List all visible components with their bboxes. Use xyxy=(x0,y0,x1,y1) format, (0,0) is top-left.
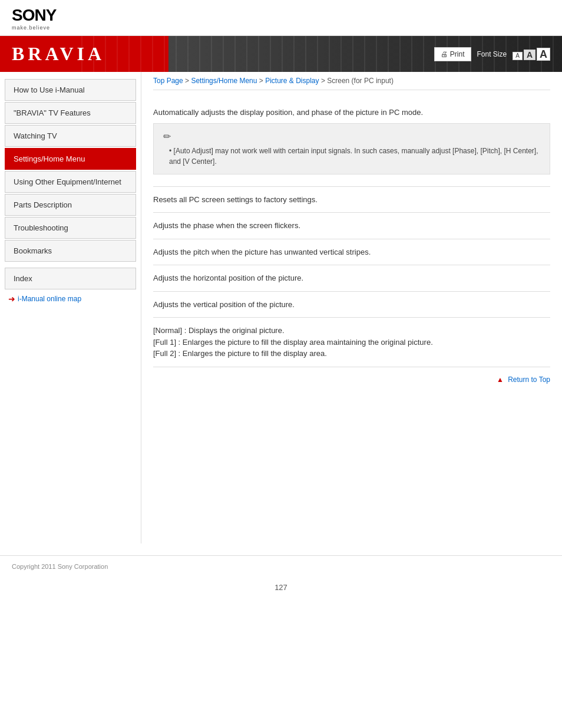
section-display-area: [Normal] : Displays the original picture… xyxy=(153,318,550,367)
sidebar: How to Use i-Manual "BRAVIA" TV Features… xyxy=(0,72,141,543)
content-area: Top Page > Settings/Home Menu > Picture … xyxy=(141,72,562,543)
font-large-button[interactable]: A xyxy=(537,48,550,61)
section-pitch: Adjusts the pitch when the picture has u… xyxy=(153,239,550,266)
print-button[interactable]: 🖨 Print xyxy=(434,47,471,61)
display-area-text3: [Full 2] : Enlarges the picture to fill … xyxy=(153,348,550,360)
breadcrumb-sep3: > xyxy=(321,77,327,85)
sidebar-item-bookmarks[interactable]: Bookmarks xyxy=(5,240,136,262)
section-h-center: Adjusts the horizontal position of the p… xyxy=(153,265,550,292)
font-medium-button[interactable]: A xyxy=(524,50,535,60)
banner-controls: 🖨 Print Font Size A A A xyxy=(434,47,550,61)
main-layout: How to Use i-Manual "BRAVIA" TV Features… xyxy=(0,72,562,543)
bravia-title: BRAVIA xyxy=(12,43,105,65)
h-center-text: Adjusts the horizontal position of the p… xyxy=(153,272,550,284)
copyright-text: Copyright 2011 Sony Corporation xyxy=(12,563,108,570)
sidebar-item-using-other[interactable]: Using Other Equipment/Internet xyxy=(5,171,136,193)
bravia-banner: BRAVIA 🖨 Print Font Size A A A xyxy=(0,36,562,72)
breadcrumb-top-page[interactable]: Top Page xyxy=(153,77,183,85)
arrow-right-icon: ➜ xyxy=(8,294,15,304)
font-small-button[interactable]: A xyxy=(513,52,523,60)
v-center-text: Adjusts the vertical position of the pic… xyxy=(153,299,550,311)
page-number: 127 xyxy=(0,577,562,598)
sidebar-item-watching-tv[interactable]: Watching TV xyxy=(5,125,136,147)
breadcrumb-sep1: > xyxy=(185,77,191,85)
sony-text: SONY xyxy=(12,6,550,25)
breadcrumb-picture-display[interactable]: Picture & Display xyxy=(265,77,319,85)
section-phase: Adjusts the phase when the screen flicke… xyxy=(153,213,550,239)
return-to-top: ▲ Return to Top xyxy=(153,367,550,391)
section-auto-adjust: Automatically adjusts the display positi… xyxy=(153,100,550,187)
display-area-text1: [Normal] : Displays the original picture… xyxy=(153,325,550,337)
sidebar-item-settings-home[interactable]: Settings/Home Menu xyxy=(5,148,136,170)
note-box: ✏ [Auto Adjust] may not work well with c… xyxy=(153,123,550,174)
breadcrumb: Top Page > Settings/Home Menu > Picture … xyxy=(153,72,550,90)
breadcrumb-settings-menu[interactable]: Settings/Home Menu xyxy=(191,77,257,85)
auto-adjust-text: Automatically adjusts the display positi… xyxy=(153,107,550,118)
reset-text: Resets all PC screen settings to factory… xyxy=(153,194,550,206)
footer: Copyright 2011 Sony Corporation xyxy=(0,555,562,577)
display-area-text2: [Full 1] : Enlarges the picture to fill … xyxy=(153,337,550,348)
sidebar-item-parts-description[interactable]: Parts Description xyxy=(5,194,136,216)
sidebar-item-bravia-features[interactable]: "BRAVIA" TV Features xyxy=(5,102,136,124)
top-bar: SONY make.believe xyxy=(0,0,562,36)
sidebar-item-troubleshooting[interactable]: Troubleshooting xyxy=(5,217,136,239)
section-v-center: Adjusts the vertical position of the pic… xyxy=(153,292,550,318)
phase-text: Adjusts the phase when the screen flicke… xyxy=(153,220,550,232)
font-size-controls: A A A xyxy=(513,48,550,61)
sony-tagline: make.believe xyxy=(12,25,550,31)
font-size-label: Font Size xyxy=(477,50,507,58)
note-content: [Auto Adjust] may not work well with cer… xyxy=(163,146,540,167)
return-to-top-link[interactable]: ▲ Return to Top xyxy=(497,375,550,384)
section-reset: Resets all PC screen settings to factory… xyxy=(153,187,550,213)
breadcrumb-current: Screen (for PC input) xyxy=(327,77,394,85)
sony-logo: SONY make.believe xyxy=(12,6,550,31)
breadcrumb-sep2: > xyxy=(259,77,265,85)
online-map-link[interactable]: ➜ i-Manual online map xyxy=(8,294,133,304)
sidebar-item-how-to-use[interactable]: How to Use i-Manual xyxy=(5,79,136,101)
pencil-icon: ✏ xyxy=(163,131,540,142)
printer-icon: 🖨 xyxy=(441,50,448,58)
triangle-icon: ▲ xyxy=(497,375,504,384)
note-item: [Auto Adjust] may not work well with cer… xyxy=(163,146,540,167)
sidebar-index[interactable]: Index xyxy=(5,268,136,289)
pitch-text: Adjusts the pitch when the picture has u… xyxy=(153,246,550,258)
